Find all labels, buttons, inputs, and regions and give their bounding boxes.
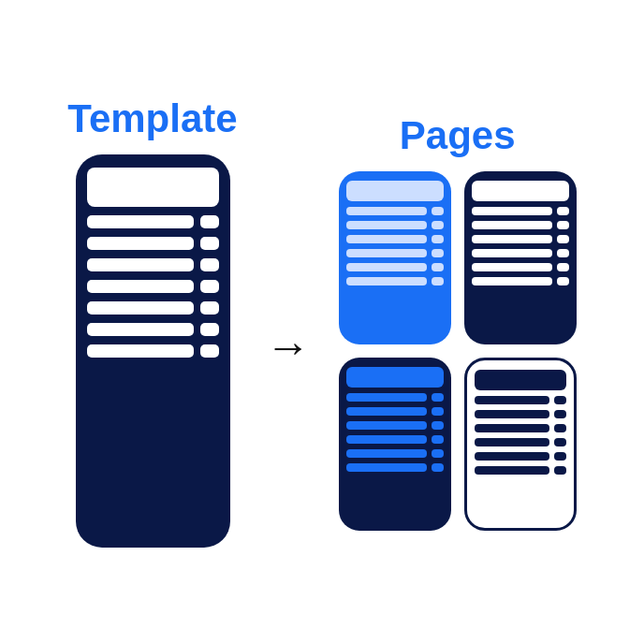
page-bar — [346, 449, 427, 458]
page-bar — [472, 235, 552, 243]
template-square — [200, 280, 219, 293]
page-row — [472, 249, 569, 257]
page-square — [554, 424, 566, 432]
template-header-rect — [87, 168, 219, 207]
page-bar — [475, 396, 549, 404]
page-bar — [475, 466, 549, 475]
page-bar — [475, 438, 549, 446]
page-bar — [472, 277, 552, 285]
page-bar — [475, 410, 549, 418]
template-bar — [87, 301, 194, 315]
page-square — [432, 263, 444, 271]
page-row — [346, 207, 444, 215]
page-card-dark-blue — [339, 358, 451, 531]
page-square — [554, 396, 566, 404]
page-header-rect — [346, 367, 444, 388]
page-row — [475, 438, 566, 446]
page-square — [432, 421, 444, 430]
template-square — [200, 237, 219, 250]
page-row — [346, 263, 444, 271]
page-row — [475, 410, 566, 418]
page-card-white-outline — [464, 358, 577, 531]
page-row — [475, 466, 566, 475]
page-row — [346, 421, 444, 430]
template-row-6 — [87, 323, 219, 336]
page-square — [432, 277, 444, 285]
page-bar — [346, 393, 427, 402]
page-row — [346, 449, 444, 458]
page-row — [472, 263, 569, 271]
page-square — [557, 235, 569, 243]
template-bar — [87, 215, 194, 228]
page-bar — [472, 249, 552, 257]
template-row-5 — [87, 301, 219, 315]
page-square — [557, 263, 569, 271]
page-square — [432, 393, 444, 402]
page-square — [432, 207, 444, 215]
page-row — [472, 277, 569, 285]
page-row — [475, 452, 566, 461]
page-bar — [472, 263, 552, 271]
template-row-3 — [87, 258, 219, 271]
page-header-rect — [472, 181, 569, 201]
page-row — [475, 396, 566, 404]
template-bar — [87, 237, 194, 250]
template-bar — [87, 280, 194, 293]
template-row-7 — [87, 344, 219, 358]
page-bar — [346, 435, 427, 444]
page-square — [554, 466, 566, 475]
page-row — [472, 207, 569, 215]
page-row — [346, 407, 444, 416]
page-row — [346, 435, 444, 444]
page-row — [346, 235, 444, 243]
page-bar — [346, 277, 427, 285]
page-row — [346, 221, 444, 229]
arrow-icon: → — [266, 321, 311, 373]
page-bar — [346, 221, 427, 229]
page-square — [557, 221, 569, 229]
pages-grid — [339, 171, 577, 531]
page-square — [554, 452, 566, 461]
page-row — [346, 277, 444, 285]
page-row — [472, 235, 569, 243]
page-square — [432, 249, 444, 257]
page-bar — [475, 424, 549, 432]
template-square — [200, 344, 219, 358]
page-square — [554, 410, 566, 418]
template-square — [200, 258, 219, 271]
page-row — [346, 249, 444, 257]
template-bar — [87, 323, 194, 336]
template-row-1 — [87, 215, 219, 228]
page-square — [432, 435, 444, 444]
main-container: Template — [0, 0, 644, 644]
page-square — [554, 438, 566, 446]
template-square — [200, 301, 219, 315]
page-square — [557, 207, 569, 215]
template-square — [200, 323, 219, 336]
page-header-rect — [346, 181, 444, 201]
page-bar — [346, 407, 427, 416]
page-bar — [472, 221, 552, 229]
template-title: Template — [67, 96, 237, 141]
page-card-dark-white — [464, 171, 577, 344]
page-bar — [346, 207, 427, 215]
template-square — [200, 215, 219, 228]
page-square — [432, 221, 444, 229]
template-card — [76, 154, 230, 548]
template-bar — [87, 258, 194, 271]
pages-section: Pages — [339, 113, 577, 531]
page-card-blue — [339, 171, 451, 344]
template-bar — [87, 344, 194, 358]
page-row — [475, 424, 566, 432]
page-bar — [346, 421, 427, 430]
page-square — [432, 235, 444, 243]
page-header-rect — [475, 370, 566, 390]
template-row-2 — [87, 237, 219, 250]
page-square — [557, 249, 569, 257]
page-row — [472, 221, 569, 229]
page-bar — [346, 463, 427, 472]
pages-title: Pages — [400, 113, 516, 158]
page-bar — [475, 452, 549, 461]
page-bar — [346, 235, 427, 243]
page-square — [557, 277, 569, 285]
